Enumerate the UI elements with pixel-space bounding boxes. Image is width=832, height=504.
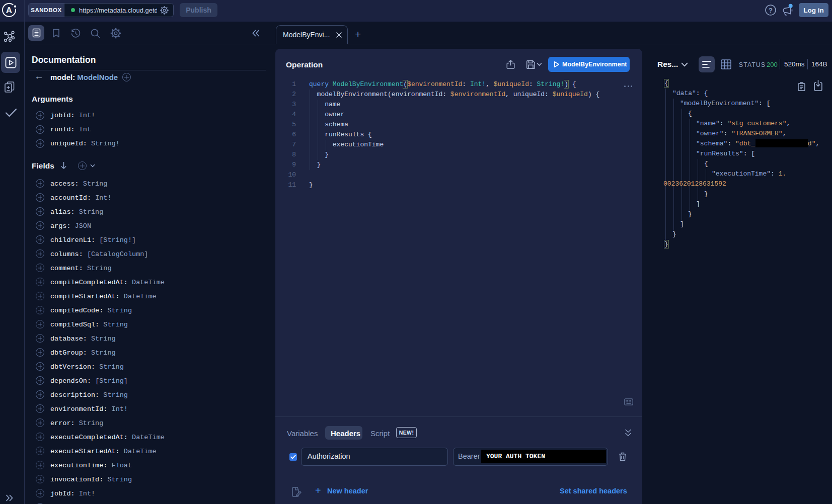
svg-text:A: A: [6, 6, 12, 15]
